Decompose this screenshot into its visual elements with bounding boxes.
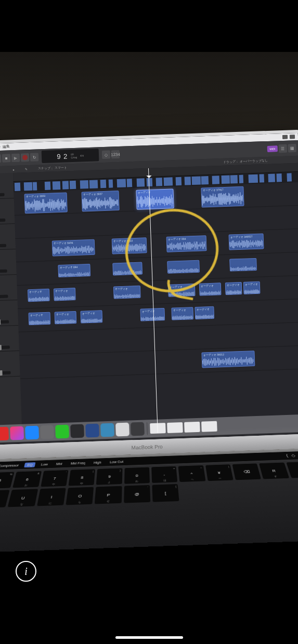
track-header[interactable] — [0, 351, 20, 378]
pencil-tool-icon[interactable]: ✎ — [25, 167, 28, 171]
touchbar-control-icon[interactable]: ⟨ — [286, 453, 289, 458]
audio-region[interactable]: オーディオ — [28, 289, 50, 302]
track-header[interactable] — [0, 173, 14, 199]
keyboard-key[interactable]: Oら — [66, 487, 94, 505]
volume-fader[interactable] — [0, 371, 11, 374]
keyboard-key[interactable]: ⌫ — [232, 463, 261, 480]
lcd-display[interactable]: 9 2 89Cmaj 4/4 — [42, 149, 99, 163]
keyboard-key[interactable]: 0わ — [124, 467, 150, 484]
keyboard-key[interactable]: (8ゆ — [68, 469, 95, 486]
metronome-button[interactable]: ◇ — [102, 151, 111, 159]
keyboard-key[interactable]: Rす — [259, 463, 289, 479]
touchbar-button[interactable]: EQ — [24, 462, 36, 467]
menu-item[interactable]: ファイル — [0, 144, 1, 150]
forward-button[interactable]: ⏭ — [0, 154, 1, 163]
audio-region[interactable]: オーディオ — [113, 286, 141, 299]
audio-region[interactable]: オーディオ 3807 — [81, 191, 119, 211]
touchbar-label[interactable]: Compressor — [0, 463, 22, 468]
keyboard-key[interactable]: =-ほ — [151, 466, 177, 483]
info-button[interactable]: i — [16, 561, 36, 582]
keyboard-key[interactable]: ~^へ — [178, 465, 205, 482]
audio-region[interactable]: オーディオ 884 — [58, 264, 90, 277]
audio-region[interactable]: オーディオ — [243, 281, 261, 294]
audio-region[interactable] — [229, 258, 257, 272]
snap-label[interactable]: スナップ： スマート — [38, 165, 67, 171]
tracks-area[interactable]: オーディオ 3803オーディオ 3807オーディオオーディオ 37917オーディ… — [13, 163, 298, 438]
volume-fader[interactable] — [0, 193, 5, 197]
menu-item[interactable]: 編集 — [3, 144, 10, 149]
volume-fader[interactable] — [0, 295, 8, 299]
dock-minimized-window[interactable] — [184, 422, 200, 433]
track-header[interactable] — [0, 198, 15, 225]
track-header[interactable] — [0, 275, 18, 301]
audio-region[interactable]: オーディオ — [55, 311, 77, 324]
audio-region[interactable]: オーディオ 340027 — [229, 233, 264, 250]
dock-app-plugin1-icon[interactable] — [70, 424, 84, 438]
keyboard[interactable]: %5え&6お'7や(8ゆ)9よ0わ=-ほ~^へ|¥ー⌫RすTかYんUなIにOらP… — [0, 462, 298, 508]
audio-region[interactable]: オーディオ 37917 — [201, 186, 244, 208]
dock-app-plugin3-icon[interactable] — [100, 423, 114, 437]
dock-app-finder-icon[interactable] — [115, 423, 129, 437]
touchbar-button[interactable]: Mid Freq — [68, 460, 88, 466]
touchbar-control-icon[interactable]: ◇ — [291, 453, 296, 458]
track-header[interactable] — [0, 224, 16, 250]
touchbar-button[interactable]: Low — [38, 462, 51, 467]
keyboard-key[interactable]: |¥ー — [205, 464, 234, 481]
volume-fader[interactable] — [0, 270, 7, 273]
keyboard-key[interactable]: {[ — [152, 484, 179, 502]
track-header[interactable] — [0, 249, 17, 276]
volume-fader[interactable] — [0, 320, 9, 324]
region-label: オーディオ — [172, 307, 192, 312]
keyboard-key[interactable]: Pせ — [95, 486, 122, 504]
dock-minimized-window[interactable] — [201, 421, 217, 432]
touchbar-button[interactable]: Mid — [53, 461, 65, 466]
keyboard-key[interactable]: Uな — [8, 489, 38, 507]
audio-region[interactable]: オーディオ 38012 — [201, 351, 255, 368]
volume-fader[interactable] — [0, 345, 10, 349]
audio-region[interactable]: オーディオ 8494 — [52, 239, 95, 257]
list-button[interactable]: ☰ — [279, 144, 288, 153]
stop-button[interactable]: ■ — [2, 154, 11, 163]
audio-region[interactable]: オーディオ — [195, 306, 214, 319]
audio-region[interactable]: オーディオ — [225, 282, 242, 295]
dock-app-appstore-icon[interactable] — [25, 426, 39, 440]
keyboard-key[interactable]: &6お — [12, 471, 41, 488]
home-indicator[interactable] — [115, 636, 183, 639]
keyboard-key[interactable]: '7や — [41, 470, 69, 487]
touchbar-button[interactable]: High — [91, 460, 105, 465]
dock-app-plugin2-icon[interactable] — [85, 424, 99, 438]
play-button[interactable]: ▶ — [11, 154, 20, 163]
keyboard-key[interactable]: `@ — [124, 485, 150, 503]
browser-button[interactable]: ▦ — [288, 144, 297, 153]
record-button[interactable] — [21, 153, 30, 162]
dock-app-logic-icon[interactable] — [131, 422, 145, 436]
waveform-icon — [81, 316, 102, 321]
volume-fader[interactable] — [0, 219, 5, 222]
track-header[interactable] — [0, 300, 18, 327]
audio-region[interactable]: オーディオ — [171, 307, 193, 320]
wifi-icon[interactable] — [282, 135, 288, 139]
dock-app-settings-icon[interactable] — [40, 425, 54, 439]
pointer-tool-icon[interactable]: ▸ — [13, 167, 15, 171]
audio-region[interactable]: オーディオ — [29, 312, 51, 325]
count-in-button[interactable]: 1234 — [111, 150, 120, 159]
keyboard-key[interactable]: )9よ — [96, 468, 122, 485]
audio-region[interactable]: オーディオ — [136, 189, 174, 209]
dock-app-line-icon[interactable] — [55, 425, 69, 439]
cycle-button[interactable]: ↻ — [30, 153, 39, 162]
audio-region[interactable]: オーディオ 3803 — [24, 192, 68, 213]
keyboard-key[interactable]: Iに — [37, 488, 66, 506]
audio-region[interactable]: オーディオ — [199, 283, 222, 296]
audio-region[interactable]: オーディオ — [54, 288, 76, 301]
dock-app-itunes-icon[interactable] — [10, 426, 24, 440]
keyboard-key[interactable]: %5え — [0, 472, 15, 489]
dock-minimized-window[interactable] — [167, 422, 183, 433]
screen-bezel: ファイル 編集 ⏮ ⏭ ■ ▶ ↻ 9 2 89Cmaj 4/4 ◇ 1234 … — [0, 130, 298, 448]
dock-app-youtube-icon[interactable] — [0, 427, 9, 441]
drag-mode-label[interactable]: ドラッグ： オーバーラップなし — [223, 158, 268, 164]
volume-fader[interactable] — [0, 244, 6, 248]
audio-region[interactable]: オーディオ — [140, 308, 165, 321]
touchbar-button[interactable]: Low Cut — [107, 459, 126, 465]
track-header[interactable] — [0, 326, 19, 352]
audio-region[interactable]: オーディオ — [80, 310, 102, 323]
